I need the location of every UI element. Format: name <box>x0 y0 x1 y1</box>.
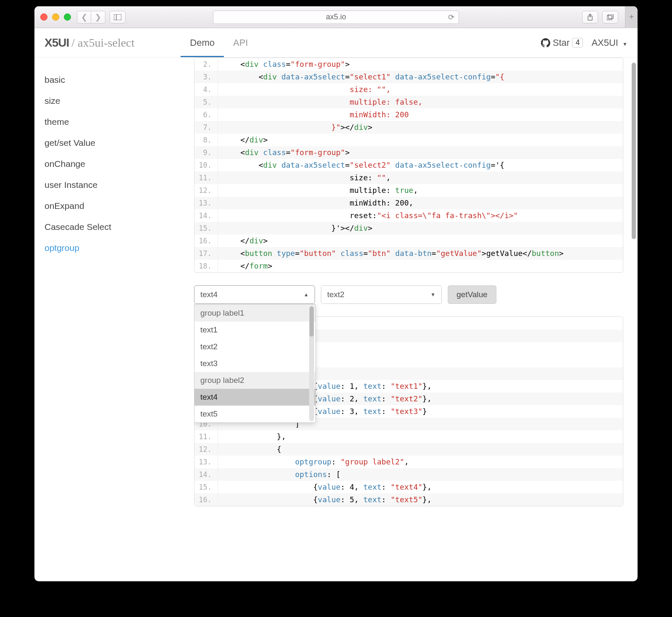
code-text: }'></div> <box>218 222 623 235</box>
optgroup-label: group label1 <box>194 305 315 322</box>
line-number: 6. <box>194 108 218 121</box>
line-number: 11. <box>194 430 218 443</box>
line-number: 14. <box>194 468 218 481</box>
line-number: 17. <box>194 247 218 260</box>
code-text: </div> <box>218 134 623 146</box>
code-line: 18. </form> <box>194 260 623 272</box>
code-line: 15. }'></div> <box>194 222 623 235</box>
ax5ui-dropdown[interactable]: AX5UI ▼ <box>591 37 627 48</box>
code-line: 4. size: "", <box>194 83 623 96</box>
select-2-value: text2 <box>327 290 344 299</box>
select-2[interactable]: text2 ▼ <box>321 285 442 304</box>
show-sidebar-button[interactable] <box>110 11 126 24</box>
code-line: 12. { <box>194 443 623 456</box>
option-item[interactable]: text5 <box>194 406 315 422</box>
svg-rect-0 <box>114 14 121 20</box>
line-number: 5. <box>194 96 218 108</box>
close-window-icon[interactable] <box>40 13 47 21</box>
code-text: multiple: true, <box>218 184 623 197</box>
tab-api[interactable]: API <box>224 29 257 57</box>
code-text: options: [ <box>218 468 623 481</box>
reload-icon[interactable]: ⟳ <box>448 13 454 22</box>
sidebar-item-theme[interactable]: theme <box>45 111 184 132</box>
sidebar-item-getset[interactable]: get/set Value <box>45 132 184 153</box>
select-1[interactable]: text4 ▲ group label1text1text2text3group… <box>194 285 315 304</box>
code-text: optgroup: "group label2", <box>218 456 623 468</box>
browser-window: ❮ ❯ ax5.io ⟳ + X5UI / ax5ui-select Demo … <box>34 6 638 581</box>
code-line: 9. <div class="form-group"> <box>194 146 623 159</box>
option-item[interactable]: text4 <box>194 389 315 406</box>
share-button[interactable] <box>582 11 598 24</box>
code-line: 16. </div> <box>194 235 623 247</box>
line-number: 14. <box>194 209 218 222</box>
github-star-button[interactable]: Star 4 <box>541 37 583 48</box>
page-scrollbar[interactable] <box>632 63 636 239</box>
sidebar-item-onchange[interactable]: onChange <box>45 153 184 174</box>
code-line: 16. {value: 5, text: "text5"}, <box>194 493 623 506</box>
content-area: basic size theme get/set Value onChange … <box>34 58 638 581</box>
code-text: <button type="button" class="btn" data-b… <box>218 247 623 260</box>
title-bar: ❮ ❯ ax5.io ⟳ + <box>34 6 638 28</box>
minimize-window-icon[interactable] <box>52 13 59 21</box>
optgroup-label: group label2 <box>194 372 315 389</box>
sidebar-item-optgroup[interactable]: optgroup <box>45 237 184 258</box>
code-block-html: 2. <div class="form-group">3. <div data-… <box>194 58 623 273</box>
tabs-icon <box>607 14 614 20</box>
line-number: 15. <box>194 481 218 493</box>
github-star-count: 4 <box>572 38 583 47</box>
line-number: 16. <box>194 493 218 506</box>
code-line: 13. minWidth: 200, <box>194 197 623 209</box>
code-text: <div data-ax5select="select2" data-ax5se… <box>218 159 623 171</box>
logo-subtitle: / ax5ui-select <box>71 36 134 50</box>
code-line: 11. }, <box>194 430 623 443</box>
chevron-down-icon: ▼ <box>622 41 627 47</box>
code-line: 11. size: "", <box>194 171 623 184</box>
sidebar-item-size[interactable]: size <box>45 90 184 111</box>
code-line: 8. </div> <box>194 134 623 146</box>
line-number: 10. <box>194 159 218 171</box>
sidebar-item-userinstance[interactable]: user Instance <box>45 174 184 195</box>
code-line: 14. reset:"<i class=\"fa fa-trash\"></i>… <box>194 209 623 222</box>
line-number: 18. <box>194 260 218 272</box>
line-number: 2. <box>194 58 218 71</box>
code-text: <div class="form-group"> <box>218 58 623 71</box>
option-item[interactable]: text2 <box>194 338 315 355</box>
code-line: 12. multiple: true, <box>194 184 623 197</box>
forward-button[interactable]: ❯ <box>91 11 105 24</box>
address-bar[interactable]: ax5.io ⟳ <box>213 11 459 24</box>
code-text: }"></div> <box>218 121 623 134</box>
tabs-button[interactable] <box>602 11 618 24</box>
tab-demo[interactable]: Demo <box>181 29 224 57</box>
line-number: 8. <box>194 134 218 146</box>
dropdown-scrollbar[interactable] <box>309 306 314 421</box>
url-text: ax5.io <box>326 13 346 21</box>
line-number: 4. <box>194 83 218 96</box>
back-button[interactable]: ❮ <box>77 11 91 24</box>
github-star-label: Star <box>553 37 570 48</box>
select-demo-row: text4 ▲ group label1text1text2text3group… <box>194 285 623 304</box>
new-tab-button[interactable]: + <box>625 6 638 28</box>
code-text: {value: 4, text: "text4"}, <box>218 481 623 493</box>
sidebar-item-cascade[interactable]: Casecade Select <box>45 216 184 237</box>
sidebar-item-onexpand[interactable]: onExpand <box>45 195 184 216</box>
code-line: 10. <div data-ax5select="select2" data-a… <box>194 159 623 171</box>
code-line: 6. minWidth: 200 <box>194 108 623 121</box>
code-text: }, <box>218 430 623 443</box>
line-number: 13. <box>194 456 218 468</box>
getvalue-button[interactable]: getValue <box>448 285 496 304</box>
code-text: minWidth: 200, <box>218 197 623 209</box>
svg-rect-5 <box>608 14 613 18</box>
code-text: {value: 5, text: "text5"}, <box>218 493 623 506</box>
github-icon <box>541 38 550 47</box>
option-item[interactable]: text1 <box>194 322 315 338</box>
nav-tabs: Demo API <box>181 29 257 57</box>
logo[interactable]: X5UI / ax5ui-select <box>45 36 134 50</box>
sidebar-item-basic[interactable]: basic <box>45 69 184 90</box>
line-number: 11. <box>194 171 218 184</box>
code-line: 7. }"></div> <box>194 121 623 134</box>
option-item[interactable]: text3 <box>194 355 315 372</box>
code-text: multiple: false, <box>218 96 623 108</box>
line-number: 15. <box>194 222 218 235</box>
code-text: <div class="form-group"> <box>218 146 623 159</box>
maximize-window-icon[interactable] <box>64 13 71 21</box>
